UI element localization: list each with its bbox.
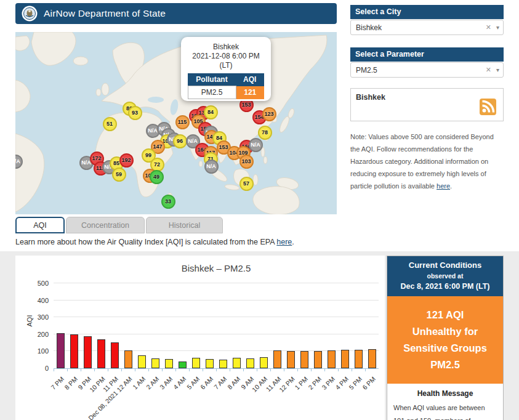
- aqi-marker[interactable]: 103: [239, 155, 254, 169]
- popup-col-aqi: AQI: [236, 73, 264, 86]
- observed-datetime: Dec 8, 2021 6:00 PM (LT): [390, 282, 501, 291]
- world-aqi-map[interactable]: N/A518693N/A172111N/A8519259115N/AN/AN/A…: [15, 32, 337, 214]
- tab-aqi[interactable]: AQI: [15, 217, 65, 233]
- app-header: AirNow Department of State: [15, 3, 337, 24]
- city-panel-title: Select a City: [350, 5, 504, 19]
- current-conditions-header: Current Conditions observed at Dec 8, 20…: [387, 256, 503, 296]
- aqi-summary-value: 121 AQI: [392, 307, 498, 323]
- chart-bar[interactable]: [124, 350, 132, 368]
- chart-bar[interactable]: [246, 358, 254, 368]
- aqi-marker[interactable]: 51: [103, 117, 117, 131]
- aqi-marker[interactable]: 33: [161, 195, 175, 209]
- aqi-marker[interactable]: 49: [150, 170, 164, 184]
- chart-bar[interactable]: [138, 355, 146, 368]
- chart-bar[interactable]: [192, 358, 200, 368]
- aqi-summary-pollutant: PM2.5: [392, 357, 498, 373]
- aqi-chart-card: Bishkek – PM2.5 AQI 01002003004005007 PM…: [15, 256, 385, 420]
- aqi-marker[interactable]: 93: [128, 106, 142, 120]
- chart-xtick-label: 2 AM: [145, 375, 160, 390]
- chart-xtick-label: 1 PM: [294, 375, 310, 391]
- chart-bar[interactable]: [328, 350, 336, 368]
- note-here-link[interactable]: here: [437, 182, 450, 190]
- chevron-down-icon[interactable]: ▾: [496, 67, 499, 73]
- feed-box: Bishkek: [350, 88, 504, 121]
- chart-bar[interactable]: [314, 351, 322, 368]
- aqi-marker[interactable]: 57: [239, 177, 254, 191]
- chart-xtick-label: 7 AM: [212, 375, 228, 390]
- tab-concentration[interactable]: Concentration: [66, 217, 145, 233]
- chart-xtick-label: 4 PM: [334, 375, 350, 391]
- aqi-marker[interactable]: 96: [173, 134, 187, 148]
- chart-xtick-label: 5 AM: [185, 375, 201, 390]
- city-select-value: Bishkek: [356, 23, 486, 32]
- map-popup: Bishkek 2021-12-08 6:00 PM (LT) Pollutan…: [181, 37, 271, 101]
- city-select[interactable]: Bishkek ✕ ▾: [350, 20, 504, 35]
- popup-aqi-value: 121: [236, 86, 264, 99]
- popup-col-pollutant: Pollutant: [188, 73, 236, 86]
- chart-bar[interactable]: [287, 351, 295, 368]
- parameter-select[interactable]: PM2.5 ✕ ▾: [350, 62, 504, 78]
- chart-xtick-label: 6 PM: [361, 375, 377, 391]
- chart-x-axis: [54, 368, 379, 371]
- airnow-page: AirNow Department of State: [0, 0, 519, 420]
- health-message-text: When AQI values are between 101 and 150,…: [393, 402, 497, 420]
- chart-xtick-label: 8 AM: [226, 375, 241, 390]
- chart-bar[interactable]: [70, 334, 78, 368]
- aqi-marker[interactable]: 84: [204, 105, 218, 119]
- chart-bar[interactable]: [273, 350, 281, 368]
- chart-xtick-label: 2 PM: [307, 375, 323, 391]
- chart-xtick-label: 7 PM: [50, 375, 66, 391]
- chart-gridline: [54, 283, 379, 283]
- chart-bar[interactable]: [355, 350, 363, 368]
- chart-plot-area: 01002003004005007 PM8 PM9 PM10 PM11 PMDe…: [54, 283, 379, 368]
- aqi-marker[interactable]: 123: [262, 107, 276, 121]
- chart-bar[interactable]: [233, 358, 241, 368]
- chart-bar[interactable]: [219, 360, 227, 368]
- chart-bar[interactable]: [206, 359, 214, 368]
- chart-bar[interactable]: [97, 339, 105, 368]
- chevron-down-icon[interactable]: ▾: [496, 24, 499, 31]
- chart-bar[interactable]: [165, 359, 173, 368]
- aqi-marker[interactable]: 59: [112, 168, 126, 182]
- chart-bar[interactable]: [341, 350, 349, 368]
- chart-xtick-label: 3 PM: [321, 375, 337, 391]
- aqi-marker[interactable]: 78: [258, 126, 272, 140]
- chart-xtick-label: 1 AM: [131, 375, 147, 390]
- chart-bar[interactable]: [368, 349, 376, 368]
- rss-icon[interactable]: [480, 99, 496, 117]
- department-of-state-seal-icon: [22, 6, 38, 22]
- clear-city-icon[interactable]: ✕: [486, 23, 491, 31]
- tab-historical[interactable]: Historical: [146, 217, 223, 233]
- parameter-select-value: PM2.5: [356, 66, 486, 75]
- chart-ytick-label: 300: [23, 313, 49, 321]
- current-conditions-panel: Current Conditions observed at Dec 8, 20…: [387, 256, 504, 420]
- aqi-marker[interactable]: 192: [119, 153, 134, 168]
- learn-more-here-link[interactable]: here: [276, 238, 292, 246]
- chart-bar[interactable]: [111, 342, 119, 368]
- clear-parameter-icon[interactable]: ✕: [486, 66, 491, 74]
- view-tabs: AQI Concentration Historical: [15, 217, 224, 233]
- chart-bar[interactable]: [57, 333, 65, 368]
- chart-xtick-label: 3 AM: [158, 375, 174, 390]
- chart-bar[interactable]: [300, 351, 308, 368]
- chart-bar[interactable]: [151, 358, 159, 368]
- chart-xtick-label: 10 AM: [251, 375, 269, 394]
- popup-city: Bishkek: [181, 42, 271, 52]
- aqi-marker[interactable]: N/A: [204, 160, 219, 174]
- aqi-marker[interactable]: N/A: [249, 138, 263, 152]
- aqi-summary-badge: 121 AQI Unhealthy for Sensitive Groups P…: [387, 296, 503, 384]
- observed-at-label: observed at: [390, 272, 501, 280]
- aqi-marker[interactable]: 115: [175, 115, 190, 129]
- chart-xtick-label: 6 AM: [199, 375, 214, 390]
- parameter-panel-title: Select a Parameter: [350, 47, 504, 62]
- aqi-note: Note: Values above 500 are considered Be…: [350, 131, 504, 192]
- popup-pollutant-value: PM2.5: [188, 86, 236, 99]
- popup-datetime: 2021-12-08 6:00 PM: [181, 52, 271, 61]
- chart-xtick-label: 5 PM: [348, 375, 364, 391]
- chart-bar[interactable]: [179, 361, 187, 368]
- chart-bar[interactable]: [84, 336, 92, 368]
- learn-more-text: Learn more about how the Air Quality Ind…: [15, 238, 294, 246]
- feed-city-label: Bishkek: [356, 93, 385, 102]
- aqi-summary-category: Unhealthy for Sensitive Groups: [392, 323, 498, 357]
- chart-bar[interactable]: [260, 357, 268, 368]
